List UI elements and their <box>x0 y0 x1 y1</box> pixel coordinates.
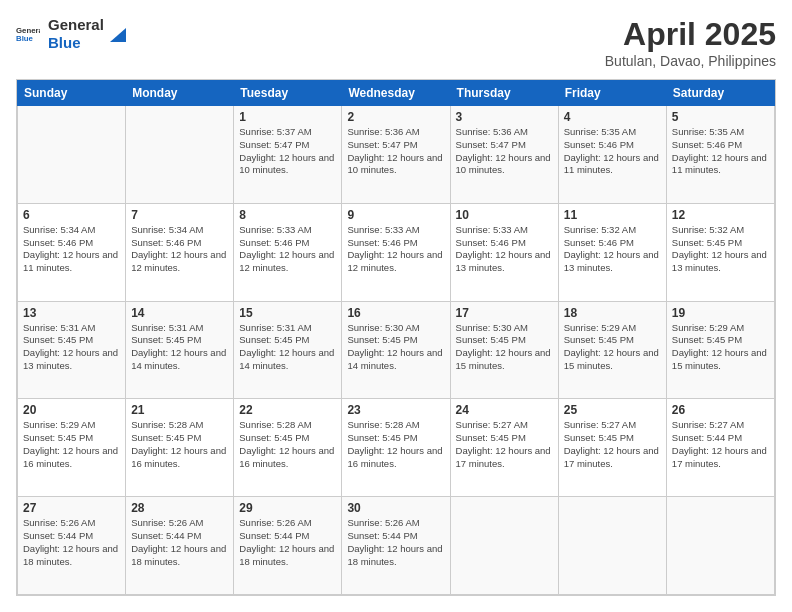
day-info: Sunrise: 5:29 AMSunset: 5:45 PMDaylight:… <box>23 419 120 470</box>
day-info: Sunrise: 5:36 AMSunset: 5:47 PMDaylight:… <box>347 126 444 177</box>
day-number: 11 <box>564 208 661 222</box>
day-info: Sunrise: 5:30 AMSunset: 5:45 PMDaylight:… <box>456 322 553 373</box>
day-info: Sunrise: 5:31 AMSunset: 5:45 PMDaylight:… <box>23 322 120 373</box>
calendar-cell: 28Sunrise: 5:26 AMSunset: 5:44 PMDayligh… <box>126 497 234 595</box>
calendar-cell: 18Sunrise: 5:29 AMSunset: 5:45 PMDayligh… <box>558 301 666 399</box>
calendar-cell <box>450 497 558 595</box>
calendar-cell <box>126 106 234 204</box>
day-number: 21 <box>131 403 228 417</box>
day-number: 4 <box>564 110 661 124</box>
calendar-cell: 10Sunrise: 5:33 AMSunset: 5:46 PMDayligh… <box>450 203 558 301</box>
day-info: Sunrise: 5:32 AMSunset: 5:46 PMDaylight:… <box>564 224 661 275</box>
logo-triangle-icon <box>108 24 128 44</box>
day-info: Sunrise: 5:29 AMSunset: 5:45 PMDaylight:… <box>672 322 769 373</box>
day-number: 6 <box>23 208 120 222</box>
day-info: Sunrise: 5:28 AMSunset: 5:45 PMDaylight:… <box>347 419 444 470</box>
calendar-cell: 27Sunrise: 5:26 AMSunset: 5:44 PMDayligh… <box>18 497 126 595</box>
day-number: 18 <box>564 306 661 320</box>
day-number: 26 <box>672 403 769 417</box>
day-info: Sunrise: 5:28 AMSunset: 5:45 PMDaylight:… <box>131 419 228 470</box>
day-info: Sunrise: 5:28 AMSunset: 5:45 PMDaylight:… <box>239 419 336 470</box>
day-header-wednesday: Wednesday <box>342 81 450 106</box>
day-number: 16 <box>347 306 444 320</box>
day-info: Sunrise: 5:37 AMSunset: 5:47 PMDaylight:… <box>239 126 336 177</box>
day-info: Sunrise: 5:27 AMSunset: 5:45 PMDaylight:… <box>564 419 661 470</box>
day-info: Sunrise: 5:33 AMSunset: 5:46 PMDaylight:… <box>239 224 336 275</box>
day-number: 22 <box>239 403 336 417</box>
calendar-week-3: 13Sunrise: 5:31 AMSunset: 5:45 PMDayligh… <box>18 301 775 399</box>
calendar-cell: 14Sunrise: 5:31 AMSunset: 5:45 PMDayligh… <box>126 301 234 399</box>
day-info: Sunrise: 5:31 AMSunset: 5:45 PMDaylight:… <box>239 322 336 373</box>
day-number: 30 <box>347 501 444 515</box>
calendar-week-2: 6Sunrise: 5:34 AMSunset: 5:46 PMDaylight… <box>18 203 775 301</box>
day-number: 27 <box>23 501 120 515</box>
day-number: 12 <box>672 208 769 222</box>
day-info: Sunrise: 5:36 AMSunset: 5:47 PMDaylight:… <box>456 126 553 177</box>
calendar-cell: 2Sunrise: 5:36 AMSunset: 5:47 PMDaylight… <box>342 106 450 204</box>
calendar-cell: 7Sunrise: 5:34 AMSunset: 5:46 PMDaylight… <box>126 203 234 301</box>
calendar-cell: 15Sunrise: 5:31 AMSunset: 5:45 PMDayligh… <box>234 301 342 399</box>
day-header-thursday: Thursday <box>450 81 558 106</box>
calendar-cell: 9Sunrise: 5:33 AMSunset: 5:46 PMDaylight… <box>342 203 450 301</box>
day-info: Sunrise: 5:26 AMSunset: 5:44 PMDaylight:… <box>239 517 336 568</box>
calendar-cell: 13Sunrise: 5:31 AMSunset: 5:45 PMDayligh… <box>18 301 126 399</box>
calendar-cell: 5Sunrise: 5:35 AMSunset: 5:46 PMDaylight… <box>666 106 774 204</box>
day-number: 19 <box>672 306 769 320</box>
calendar-header-row: SundayMondayTuesdayWednesdayThursdayFrid… <box>18 81 775 106</box>
day-number: 2 <box>347 110 444 124</box>
calendar-week-4: 20Sunrise: 5:29 AMSunset: 5:45 PMDayligh… <box>18 399 775 497</box>
day-info: Sunrise: 5:35 AMSunset: 5:46 PMDaylight:… <box>672 126 769 177</box>
calendar-cell: 3Sunrise: 5:36 AMSunset: 5:47 PMDaylight… <box>450 106 558 204</box>
day-number: 13 <box>23 306 120 320</box>
day-header-friday: Friday <box>558 81 666 106</box>
day-number: 8 <box>239 208 336 222</box>
calendar-cell: 16Sunrise: 5:30 AMSunset: 5:45 PMDayligh… <box>342 301 450 399</box>
calendar-cell: 20Sunrise: 5:29 AMSunset: 5:45 PMDayligh… <box>18 399 126 497</box>
day-number: 17 <box>456 306 553 320</box>
day-info: Sunrise: 5:32 AMSunset: 5:45 PMDaylight:… <box>672 224 769 275</box>
calendar-week-1: 1Sunrise: 5:37 AMSunset: 5:47 PMDaylight… <box>18 106 775 204</box>
day-info: Sunrise: 5:29 AMSunset: 5:45 PMDaylight:… <box>564 322 661 373</box>
calendar-cell: 8Sunrise: 5:33 AMSunset: 5:46 PMDaylight… <box>234 203 342 301</box>
day-header-saturday: Saturday <box>666 81 774 106</box>
calendar-cell: 29Sunrise: 5:26 AMSunset: 5:44 PMDayligh… <box>234 497 342 595</box>
calendar-cell: 6Sunrise: 5:34 AMSunset: 5:46 PMDaylight… <box>18 203 126 301</box>
calendar-cell: 19Sunrise: 5:29 AMSunset: 5:45 PMDayligh… <box>666 301 774 399</box>
calendar-cell: 23Sunrise: 5:28 AMSunset: 5:45 PMDayligh… <box>342 399 450 497</box>
calendar-cell: 24Sunrise: 5:27 AMSunset: 5:45 PMDayligh… <box>450 399 558 497</box>
day-info: Sunrise: 5:35 AMSunset: 5:46 PMDaylight:… <box>564 126 661 177</box>
day-header-sunday: Sunday <box>18 81 126 106</box>
calendar-week-5: 27Sunrise: 5:26 AMSunset: 5:44 PMDayligh… <box>18 497 775 595</box>
calendar-cell: 12Sunrise: 5:32 AMSunset: 5:45 PMDayligh… <box>666 203 774 301</box>
calendar-cell: 21Sunrise: 5:28 AMSunset: 5:45 PMDayligh… <box>126 399 234 497</box>
logo: General Blue General Blue <box>16 16 128 52</box>
calendar-cell: 17Sunrise: 5:30 AMSunset: 5:45 PMDayligh… <box>450 301 558 399</box>
day-info: Sunrise: 5:31 AMSunset: 5:45 PMDaylight:… <box>131 322 228 373</box>
calendar-cell: 30Sunrise: 5:26 AMSunset: 5:44 PMDayligh… <box>342 497 450 595</box>
day-number: 1 <box>239 110 336 124</box>
day-number: 7 <box>131 208 228 222</box>
day-number: 9 <box>347 208 444 222</box>
logo-text-general: General <box>48 16 104 34</box>
day-number: 15 <box>239 306 336 320</box>
svg-text:Blue: Blue <box>16 34 34 43</box>
calendar-cell <box>18 106 126 204</box>
day-number: 25 <box>564 403 661 417</box>
title-block: April 2025 Butulan, Davao, Philippines <box>605 16 776 69</box>
day-header-tuesday: Tuesday <box>234 81 342 106</box>
logo-text-blue: Blue <box>48 34 104 52</box>
day-info: Sunrise: 5:33 AMSunset: 5:46 PMDaylight:… <box>347 224 444 275</box>
svg-marker-3 <box>110 28 126 42</box>
calendar-cell: 22Sunrise: 5:28 AMSunset: 5:45 PMDayligh… <box>234 399 342 497</box>
calendar-cell: 25Sunrise: 5:27 AMSunset: 5:45 PMDayligh… <box>558 399 666 497</box>
day-info: Sunrise: 5:27 AMSunset: 5:44 PMDaylight:… <box>672 419 769 470</box>
day-info: Sunrise: 5:33 AMSunset: 5:46 PMDaylight:… <box>456 224 553 275</box>
day-number: 3 <box>456 110 553 124</box>
day-header-monday: Monday <box>126 81 234 106</box>
main-title: April 2025 <box>605 16 776 53</box>
day-number: 5 <box>672 110 769 124</box>
day-number: 28 <box>131 501 228 515</box>
day-info: Sunrise: 5:26 AMSunset: 5:44 PMDaylight:… <box>23 517 120 568</box>
calendar-cell: 11Sunrise: 5:32 AMSunset: 5:46 PMDayligh… <box>558 203 666 301</box>
calendar: SundayMondayTuesdayWednesdayThursdayFrid… <box>16 79 776 596</box>
